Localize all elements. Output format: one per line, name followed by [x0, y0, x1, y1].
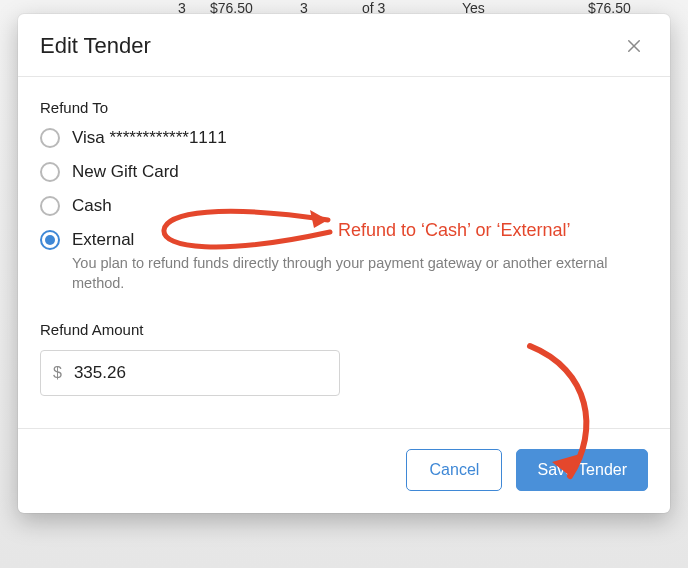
radio-icon	[40, 230, 60, 250]
refund-option-external[interactable]: External	[40, 230, 648, 250]
bg-row: 3 $76.50 3 of 3 Yes $76.50	[0, 0, 688, 14]
radio-icon	[40, 128, 60, 148]
refund-to-radio-group: Visa ************1111 New Gift Card Cash…	[40, 128, 648, 250]
close-button[interactable]	[620, 32, 648, 60]
refund-amount-label: Refund Amount	[40, 321, 648, 338]
dialog-body: Refund To Visa ************1111 New Gift…	[18, 77, 670, 404]
refund-amount-block: Refund Amount $	[40, 321, 648, 396]
radio-label: New Gift Card	[72, 162, 179, 182]
save-tender-button[interactable]: Save Tender	[516, 449, 648, 491]
edit-tender-dialog: Edit Tender Refund To Visa ************1…	[18, 14, 670, 513]
currency-icon: $	[53, 364, 62, 382]
radio-label: External	[72, 230, 134, 250]
refund-option-cash[interactable]: Cash	[40, 196, 648, 216]
external-helper-text: You plan to refund funds directly throug…	[72, 254, 648, 293]
refund-option-gift-card[interactable]: New Gift Card	[40, 162, 648, 182]
dialog-title: Edit Tender	[40, 33, 151, 59]
refund-amount-input-wrap[interactable]: $	[40, 350, 340, 396]
refund-to-label: Refund To	[40, 99, 648, 116]
radio-label: Visa ************1111	[72, 128, 227, 148]
refund-option-visa[interactable]: Visa ************1111	[40, 128, 648, 148]
radio-icon	[40, 162, 60, 182]
radio-icon	[40, 196, 60, 216]
cancel-button[interactable]: Cancel	[406, 449, 502, 491]
refund-amount-input[interactable]	[74, 363, 327, 383]
dialog-header: Edit Tender	[18, 14, 670, 77]
close-icon	[625, 37, 643, 55]
dialog-footer: Cancel Save Tender	[18, 428, 670, 513]
radio-label: Cash	[72, 196, 112, 216]
